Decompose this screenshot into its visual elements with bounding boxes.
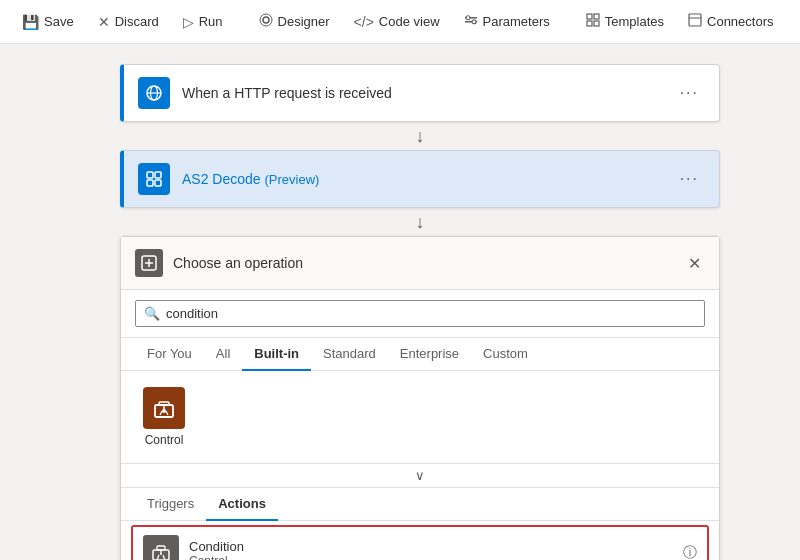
svg-rect-23 xyxy=(159,402,169,405)
tab-builtin[interactable]: Built-in xyxy=(242,338,311,371)
action-tabs: Triggers Actions xyxy=(121,488,719,521)
category-tabs: For You All Built-in Standard Enterprise… xyxy=(121,338,719,371)
search-box[interactable]: 🔍 xyxy=(135,300,705,327)
run-button[interactable]: ▷ Run xyxy=(173,8,233,36)
http-request-node[interactable]: When a HTTP request is received ··· xyxy=(120,64,720,122)
svg-rect-6 xyxy=(587,14,592,19)
run-icon: ▷ xyxy=(183,14,194,30)
control-category-icon xyxy=(143,387,185,429)
parameters-button[interactable]: Parameters xyxy=(454,7,560,36)
as2-node-more[interactable]: ··· xyxy=(674,166,705,192)
svg-point-1 xyxy=(260,14,272,26)
tab-custom[interactable]: Custom xyxy=(471,338,540,371)
expand-button[interactable]: ∨ xyxy=(121,464,719,488)
svg-rect-15 xyxy=(147,172,153,178)
canvas: When a HTTP request is received ··· ↓ AS… xyxy=(0,44,800,560)
condition-info-button[interactable]: ⓘ xyxy=(683,544,697,560)
codeview-icon: </> xyxy=(354,14,374,30)
svg-rect-8 xyxy=(587,21,592,26)
tab-triggers[interactable]: Triggers xyxy=(135,488,206,521)
arrow-2: ↓ xyxy=(416,208,425,236)
action-list: Condition Control ⓘ xyxy=(121,525,719,560)
condition-action-text: Condition Control xyxy=(189,539,683,561)
svg-point-5 xyxy=(472,20,476,24)
condition-action-name: Condition xyxy=(189,539,683,554)
tab-all[interactable]: All xyxy=(204,338,242,371)
svg-rect-10 xyxy=(689,14,701,26)
designer-icon xyxy=(259,13,273,30)
close-button[interactable]: ✕ xyxy=(684,250,705,277)
tab-enterprise[interactable]: Enterprise xyxy=(388,338,471,371)
save-icon: 💾 xyxy=(22,14,39,30)
svg-line-27 xyxy=(166,411,168,415)
discard-button[interactable]: ✕ Discard xyxy=(88,8,169,36)
connectors-button[interactable]: Connectors xyxy=(678,7,783,36)
search-icon: 🔍 xyxy=(144,306,160,321)
toolbar: 💾 Save ✕ Discard ▷ Run Designer </> Code… xyxy=(0,0,800,44)
as2-node-icon xyxy=(138,163,170,195)
connectors-icon xyxy=(688,13,702,30)
save-button[interactable]: 💾 Save xyxy=(12,8,84,36)
discard-icon: ✕ xyxy=(98,14,110,30)
arrow-1: ↓ xyxy=(416,122,425,150)
flow-container: When a HTTP request is received ··· ↓ AS… xyxy=(80,64,760,560)
tab-actions[interactable]: Actions xyxy=(206,488,278,521)
control-category[interactable]: Control xyxy=(135,381,193,453)
choose-header-icon xyxy=(135,249,163,277)
svg-rect-7 xyxy=(594,14,599,19)
http-node-icon xyxy=(138,77,170,109)
svg-point-4 xyxy=(466,16,470,20)
choose-panel-title: Choose an operation xyxy=(173,255,684,271)
svg-rect-18 xyxy=(155,180,161,186)
as2-decode-node[interactable]: AS2 Decode (Preview) ··· xyxy=(120,150,720,208)
condition-action-subtitle: Control xyxy=(189,554,683,561)
tab-foryou[interactable]: For You xyxy=(135,338,204,371)
as2-node-title: AS2 Decode (Preview) xyxy=(182,171,674,187)
categories-area: Control xyxy=(121,371,719,464)
svg-rect-17 xyxy=(147,180,153,186)
svg-rect-16 xyxy=(155,172,161,178)
http-node-title: When a HTTP request is received xyxy=(182,85,674,101)
designer-button[interactable]: Designer xyxy=(249,7,340,36)
parameters-icon xyxy=(464,13,478,30)
svg-point-25 xyxy=(162,409,166,413)
codeview-button[interactable]: </> Code view xyxy=(344,8,450,36)
search-area: 🔍 xyxy=(121,290,719,338)
svg-line-26 xyxy=(160,411,162,415)
templates-icon xyxy=(586,13,600,30)
condition-action-item[interactable]: Condition Control ⓘ xyxy=(131,525,709,560)
condition-action-icon xyxy=(143,535,179,560)
svg-rect-32 xyxy=(157,546,165,550)
choose-panel-header: Choose an operation ✕ xyxy=(121,237,719,290)
choose-operation-panel: Choose an operation ✕ 🔍 For You All Buil… xyxy=(120,236,720,560)
svg-point-0 xyxy=(263,17,269,23)
control-category-label: Control xyxy=(145,433,184,447)
templates-button[interactable]: Templates xyxy=(576,7,674,36)
svg-rect-9 xyxy=(594,21,599,26)
tab-standard[interactable]: Standard xyxy=(311,338,388,371)
http-node-more[interactable]: ··· xyxy=(674,80,705,106)
search-input[interactable] xyxy=(166,306,696,321)
